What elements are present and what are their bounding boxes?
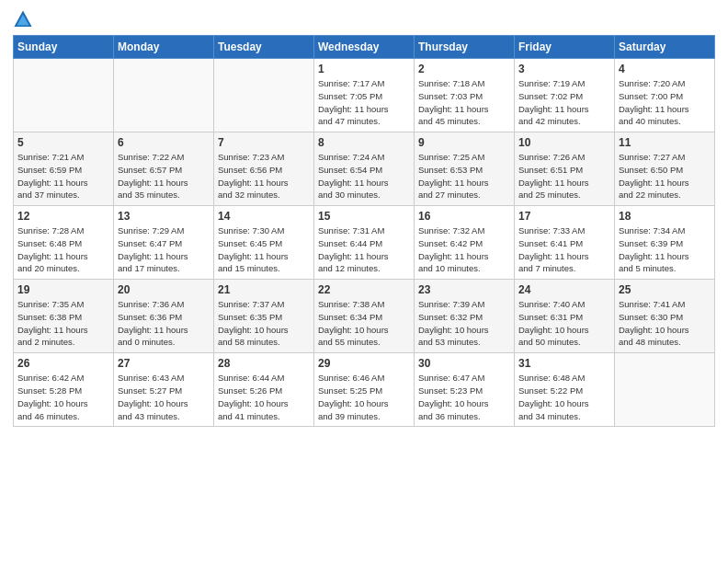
day-number: 4 bbox=[619, 63, 711, 75]
day-number: 1 bbox=[318, 63, 410, 75]
weekday-header-wednesday: Wednesday bbox=[314, 36, 415, 59]
calendar-cell: 25Sunrise: 7:41 AM Sunset: 6:30 PM Dayli… bbox=[615, 280, 715, 353]
weekday-header-friday: Friday bbox=[515, 36, 615, 59]
weekday-header-row: SundayMondayTuesdayWednesdayThursdayFrid… bbox=[14, 36, 715, 59]
calendar-cell bbox=[615, 353, 715, 427]
day-info: Sunrise: 7:40 AM Sunset: 6:31 PM Dayligh… bbox=[518, 298, 610, 349]
day-info: Sunrise: 7:21 AM Sunset: 6:59 PM Dayligh… bbox=[17, 151, 109, 201]
calendar-cell: 8Sunrise: 7:24 AM Sunset: 6:54 PM Daylig… bbox=[314, 132, 415, 206]
day-number: 16 bbox=[418, 210, 510, 223]
calendar-cell: 6Sunrise: 7:22 AM Sunset: 6:57 PM Daylig… bbox=[114, 132, 214, 206]
day-number: 28 bbox=[218, 357, 310, 370]
day-number: 21 bbox=[218, 283, 310, 296]
day-number: 15 bbox=[318, 210, 410, 223]
calendar-cell: 20Sunrise: 7:36 AM Sunset: 6:36 PM Dayli… bbox=[114, 280, 214, 353]
calendar-cell: 30Sunrise: 6:47 AM Sunset: 5:23 PM Dayli… bbox=[415, 353, 515, 427]
calendar-cell: 31Sunrise: 6:48 AM Sunset: 5:22 PM Dayli… bbox=[515, 353, 615, 427]
calendar-cell bbox=[14, 59, 114, 132]
day-number: 26 bbox=[17, 357, 109, 370]
calendar-cell: 21Sunrise: 7:37 AM Sunset: 6:35 PM Dayli… bbox=[214, 280, 314, 353]
calendar-cell: 28Sunrise: 6:44 AM Sunset: 5:26 PM Dayli… bbox=[214, 353, 314, 427]
day-info: Sunrise: 7:22 AM Sunset: 6:57 PM Dayligh… bbox=[118, 151, 210, 201]
calendar-week-row: 19Sunrise: 7:35 AM Sunset: 6:38 PM Dayli… bbox=[14, 280, 715, 353]
day-info: Sunrise: 6:47 AM Sunset: 5:23 PM Dayligh… bbox=[418, 372, 510, 422]
calendar-week-row: 12Sunrise: 7:28 AM Sunset: 6:48 PM Dayli… bbox=[14, 206, 715, 280]
day-info: Sunrise: 7:31 AM Sunset: 6:44 PM Dayligh… bbox=[318, 224, 410, 275]
day-number: 14 bbox=[218, 210, 310, 223]
day-info: Sunrise: 7:32 AM Sunset: 6:42 PM Dayligh… bbox=[418, 224, 510, 275]
weekday-header-saturday: Saturday bbox=[615, 36, 715, 59]
calendar-cell: 22Sunrise: 7:38 AM Sunset: 6:34 PM Dayli… bbox=[314, 280, 415, 353]
calendar-cell: 26Sunrise: 6:42 AM Sunset: 5:28 PM Dayli… bbox=[14, 353, 114, 427]
calendar-week-row: 5Sunrise: 7:21 AM Sunset: 6:59 PM Daylig… bbox=[14, 132, 715, 206]
day-info: Sunrise: 7:30 AM Sunset: 6:45 PM Dayligh… bbox=[218, 224, 310, 275]
day-number: 18 bbox=[619, 210, 711, 223]
day-info: Sunrise: 6:44 AM Sunset: 5:26 PM Dayligh… bbox=[218, 372, 310, 422]
day-number: 8 bbox=[318, 136, 410, 149]
day-info: Sunrise: 7:19 AM Sunset: 7:02 PM Dayligh… bbox=[518, 77, 610, 128]
calendar-cell: 1Sunrise: 7:17 AM Sunset: 7:05 PM Daylig… bbox=[314, 59, 415, 132]
calendar-cell: 10Sunrise: 7:26 AM Sunset: 6:51 PM Dayli… bbox=[515, 132, 615, 206]
calendar-cell: 16Sunrise: 7:32 AM Sunset: 6:42 PM Dayli… bbox=[415, 206, 515, 280]
day-number: 13 bbox=[118, 210, 210, 223]
calendar-table: SundayMondayTuesdayWednesdayThursdayFrid… bbox=[13, 35, 715, 427]
weekday-header-thursday: Thursday bbox=[415, 36, 515, 59]
day-number: 22 bbox=[318, 283, 410, 296]
day-info: Sunrise: 7:41 AM Sunset: 6:30 PM Dayligh… bbox=[619, 298, 711, 349]
calendar-cell: 18Sunrise: 7:34 AM Sunset: 6:39 PM Dayli… bbox=[615, 206, 715, 280]
day-info: Sunrise: 7:29 AM Sunset: 6:47 PM Dayligh… bbox=[118, 224, 210, 275]
day-info: Sunrise: 6:43 AM Sunset: 5:27 PM Dayligh… bbox=[118, 372, 210, 422]
day-number: 11 bbox=[619, 136, 711, 149]
calendar-cell: 17Sunrise: 7:33 AM Sunset: 6:41 PM Dayli… bbox=[515, 206, 615, 280]
day-info: Sunrise: 7:20 AM Sunset: 7:00 PM Dayligh… bbox=[619, 77, 711, 128]
day-info: Sunrise: 7:27 AM Sunset: 6:50 PM Dayligh… bbox=[619, 151, 711, 201]
day-number: 29 bbox=[318, 357, 410, 370]
weekday-header-monday: Monday bbox=[114, 36, 214, 59]
day-number: 25 bbox=[619, 283, 711, 296]
calendar-cell: 23Sunrise: 7:39 AM Sunset: 6:32 PM Dayli… bbox=[415, 280, 515, 353]
calendar-cell: 12Sunrise: 7:28 AM Sunset: 6:48 PM Dayli… bbox=[14, 206, 114, 280]
day-info: Sunrise: 7:25 AM Sunset: 6:53 PM Dayligh… bbox=[418, 151, 510, 201]
calendar-cell: 13Sunrise: 7:29 AM Sunset: 6:47 PM Dayli… bbox=[114, 206, 214, 280]
day-info: Sunrise: 7:36 AM Sunset: 6:36 PM Dayligh… bbox=[118, 298, 210, 349]
calendar-week-row: 26Sunrise: 6:42 AM Sunset: 5:28 PM Dayli… bbox=[14, 353, 715, 427]
day-info: Sunrise: 6:48 AM Sunset: 5:22 PM Dayligh… bbox=[518, 372, 610, 422]
calendar-week-row: 1Sunrise: 7:17 AM Sunset: 7:05 PM Daylig… bbox=[14, 59, 715, 132]
calendar-cell: 5Sunrise: 7:21 AM Sunset: 6:59 PM Daylig… bbox=[14, 132, 114, 206]
day-info: Sunrise: 7:37 AM Sunset: 6:35 PM Dayligh… bbox=[218, 298, 310, 349]
day-info: Sunrise: 7:23 AM Sunset: 6:56 PM Dayligh… bbox=[218, 151, 310, 201]
calendar-cell: 9Sunrise: 7:25 AM Sunset: 6:53 PM Daylig… bbox=[415, 132, 515, 206]
calendar-cell: 4Sunrise: 7:20 AM Sunset: 7:00 PM Daylig… bbox=[615, 59, 715, 132]
logo bbox=[13, 9, 37, 29]
day-info: Sunrise: 7:17 AM Sunset: 7:05 PM Dayligh… bbox=[318, 77, 410, 128]
header bbox=[13, 9, 715, 29]
calendar-cell: 15Sunrise: 7:31 AM Sunset: 6:44 PM Dayli… bbox=[314, 206, 415, 280]
day-number: 12 bbox=[17, 210, 109, 223]
day-info: Sunrise: 7:38 AM Sunset: 6:34 PM Dayligh… bbox=[318, 298, 410, 349]
day-info: Sunrise: 7:33 AM Sunset: 6:41 PM Dayligh… bbox=[518, 224, 610, 275]
calendar-cell: 19Sunrise: 7:35 AM Sunset: 6:38 PM Dayli… bbox=[14, 280, 114, 353]
day-info: Sunrise: 7:18 AM Sunset: 7:03 PM Dayligh… bbox=[418, 77, 510, 128]
day-info: Sunrise: 6:42 AM Sunset: 5:28 PM Dayligh… bbox=[17, 372, 109, 422]
day-number: 7 bbox=[218, 136, 310, 149]
day-info: Sunrise: 7:26 AM Sunset: 6:51 PM Dayligh… bbox=[518, 151, 610, 201]
day-info: Sunrise: 6:46 AM Sunset: 5:25 PM Dayligh… bbox=[318, 372, 410, 422]
day-info: Sunrise: 7:34 AM Sunset: 6:39 PM Dayligh… bbox=[619, 224, 711, 275]
day-number: 5 bbox=[17, 136, 109, 149]
day-number: 17 bbox=[518, 210, 610, 223]
day-info: Sunrise: 7:28 AM Sunset: 6:48 PM Dayligh… bbox=[17, 224, 109, 275]
calendar-cell: 27Sunrise: 6:43 AM Sunset: 5:27 PM Dayli… bbox=[114, 353, 214, 427]
calendar-cell: 7Sunrise: 7:23 AM Sunset: 6:56 PM Daylig… bbox=[214, 132, 314, 206]
day-number: 3 bbox=[518, 63, 610, 75]
day-info: Sunrise: 7:35 AM Sunset: 6:38 PM Dayligh… bbox=[17, 298, 109, 349]
calendar-cell: 29Sunrise: 6:46 AM Sunset: 5:25 PM Dayli… bbox=[314, 353, 415, 427]
calendar-cell: 3Sunrise: 7:19 AM Sunset: 7:02 PM Daylig… bbox=[515, 59, 615, 132]
weekday-header-sunday: Sunday bbox=[14, 36, 114, 59]
calendar-cell: 2Sunrise: 7:18 AM Sunset: 7:03 PM Daylig… bbox=[415, 59, 515, 132]
weekday-header-tuesday: Tuesday bbox=[214, 36, 314, 59]
calendar-cell: 24Sunrise: 7:40 AM Sunset: 6:31 PM Dayli… bbox=[515, 280, 615, 353]
calendar-cell bbox=[114, 59, 214, 132]
day-number: 31 bbox=[518, 357, 610, 370]
day-info: Sunrise: 7:24 AM Sunset: 6:54 PM Dayligh… bbox=[318, 151, 410, 201]
logo-icon bbox=[13, 9, 33, 29]
